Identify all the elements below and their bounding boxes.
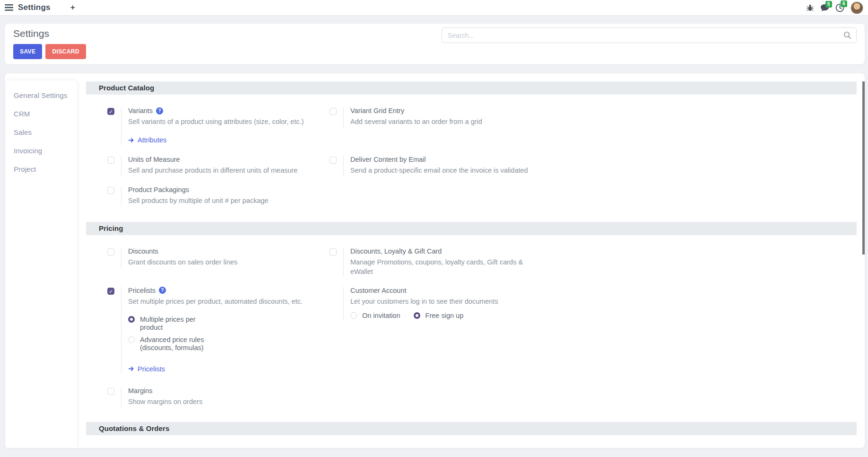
product-packagings-description: Sell products by multiple of unit # per … (128, 196, 269, 205)
help-icon[interactable]: ? (156, 107, 163, 114)
sidebar-item-sales[interactable]: Sales (6, 123, 77, 141)
add-tab-button[interactable]: + (70, 3, 75, 12)
sidebar-item-crm[interactable]: CRM (6, 105, 77, 123)
hamburger-menu-icon[interactable] (5, 4, 13, 11)
attributes-link[interactable]: Attributes (128, 136, 166, 144)
setting-variant-grid-entry: ✓ Variant Grid Entry Add several variant… (330, 107, 857, 145)
search-input[interactable] (442, 27, 857, 43)
product-packagings-label: Product Packagings (128, 186, 189, 193)
variant-grid-entry-label: Variant Grid Entry (350, 107, 404, 114)
setting-online-signature: ✓ Online Signature ? Request an online s… (107, 448, 330, 448)
pricelists-label: Pricelists (128, 287, 156, 294)
settings-main-card: General Settings CRM Sales Invoicing Pro… (5, 73, 865, 448)
pricelists-link[interactable]: Pricelists (128, 365, 165, 373)
setting-online-payment: ✓ Online Payment ? Request an online pay… (330, 448, 857, 448)
radio-free-sign-up[interactable]: Free sign up (414, 312, 464, 320)
deliver-content-checkbox[interactable]: ✓ (330, 157, 337, 164)
discounts-description: Grant discounts on sales order lines (128, 257, 237, 267)
variant-grid-entry-description: Add several variants to an order from a … (350, 117, 482, 126)
product-packagings-checkbox[interactable]: ✓ (107, 187, 114, 194)
variants-checkbox[interactable]: ✓ (107, 108, 114, 115)
deliver-content-description: Send a product-specific email once the i… (350, 166, 528, 175)
radio-icon[interactable] (414, 312, 420, 319)
help-icon[interactable]: ? (402, 448, 409, 448)
radio-icon[interactable] (128, 316, 135, 323)
variants-description: Sell variants of a product using attribu… (128, 117, 304, 126)
top-navbar: Settings + 5 6 (0, 0, 868, 16)
section-header-pricing: Pricing (86, 222, 857, 235)
loyalty-checkbox[interactable]: ✓ (330, 248, 337, 255)
activities-count-badge: 6 (841, 0, 847, 7)
discard-button[interactable]: DISCARD (45, 44, 86, 59)
settings-sidebar: General Settings CRM Sales Invoicing Pro… (6, 80, 77, 448)
margins-label: Margins (128, 387, 153, 395)
section-header-product-catalog: Product Catalog (86, 81, 857, 95)
units-of-measure-description: Sell and purchase products in different … (128, 166, 297, 175)
setting-units-of-measure: ✓ Units of Measure Sell and purchase pro… (107, 156, 330, 176)
help-icon[interactable]: ? (159, 287, 166, 294)
radio-multiple-prices[interactable]: Multiple prices per product (128, 316, 303, 332)
save-button[interactable]: SAVE (13, 44, 42, 59)
loyalty-label: Discounts, Loyalty & Gift Card (350, 247, 442, 255)
action-buttons: SAVE DISCARD (13, 44, 86, 59)
units-of-measure-label: Units of Measure (128, 156, 180, 163)
setting-customer-account: Customer Account Let your customers log … (330, 287, 857, 374)
setting-deliver-content-by-email: ✓ Deliver Content by Email Send a produc… (330, 156, 857, 176)
app-title: Settings (18, 3, 51, 12)
radio-advanced-price-rules[interactable]: Advanced price rules (discounts, formula… (128, 336, 303, 352)
loyalty-description: Manage Promotions, coupons, loyalty card… (350, 257, 539, 276)
search-icon[interactable] (843, 31, 851, 41)
sidebar-item-project[interactable]: Project (6, 160, 77, 178)
search-bar (442, 27, 857, 43)
units-of-measure-checkbox[interactable]: ✓ (107, 157, 114, 164)
online-payment-label: Online Payment (350, 448, 399, 448)
help-icon[interactable]: ? (182, 448, 190, 448)
online-signature-label: Online Signature (128, 448, 179, 448)
setting-loyalty-gift-card: ✓ Discounts, Loyalty & Gift Card Manage … (330, 247, 857, 276)
radio-icon[interactable] (128, 336, 135, 343)
setting-product-packagings: ✓ Product Packagings Sell products by mu… (107, 186, 330, 207)
discounts-checkbox[interactable]: ✓ (107, 248, 114, 255)
settings-content: Product Catalog ✓ Variants ? Sell varian… (86, 81, 857, 448)
content-scrollbar[interactable] (862, 81, 865, 255)
setting-variants: ✓ Variants ? Sell variants of a product … (107, 107, 330, 145)
pricelists-description: Set multiple prices per product, automat… (128, 297, 303, 306)
settings-header-card: Settings SAVE DISCARD (5, 24, 865, 64)
messages-icon[interactable]: 5 (820, 4, 829, 12)
customer-account-description: Let your customers log in to see their d… (350, 297, 498, 306)
arrow-right-icon (128, 137, 134, 143)
setting-pricelists: ✓ Pricelists ? Set multiple prices per p… (107, 287, 330, 374)
messages-count-badge: 5 (825, 1, 832, 8)
setting-margins: ✓ Margins Show margins on orders (107, 387, 330, 408)
user-avatar[interactable] (851, 1, 863, 14)
variant-grid-entry-checkbox[interactable]: ✓ (330, 108, 337, 115)
pricelists-radio-group: Multiple prices per product Advanced pri… (128, 316, 303, 352)
customer-account-label: Customer Account (350, 287, 406, 294)
customer-account-radio-group: On invitation Free sign up (350, 312, 498, 320)
sidebar-item-invoicing[interactable]: Invoicing (6, 141, 77, 160)
margins-description: Show margins on orders (128, 397, 202, 406)
pricelists-checkbox[interactable]: ✓ (107, 288, 114, 295)
discounts-label: Discounts (128, 247, 158, 255)
section-header-quotations-orders: Quotations & Orders (86, 422, 857, 435)
radio-icon[interactable] (350, 312, 357, 319)
deliver-content-label: Deliver Content by Email (350, 156, 426, 163)
radio-on-invitation[interactable]: On invitation (350, 312, 400, 320)
debug-bug-icon[interactable] (806, 4, 814, 12)
page-title: Settings (13, 28, 49, 39)
activities-clock-icon[interactable]: 6 (835, 3, 844, 12)
variants-label: Variants (128, 107, 153, 114)
setting-discounts: ✓ Discounts Grant discounts on sales ord… (107, 247, 330, 276)
margins-checkbox[interactable]: ✓ (107, 388, 114, 395)
arrow-right-icon (128, 366, 134, 372)
sidebar-item-general-settings[interactable]: General Settings (6, 86, 77, 105)
